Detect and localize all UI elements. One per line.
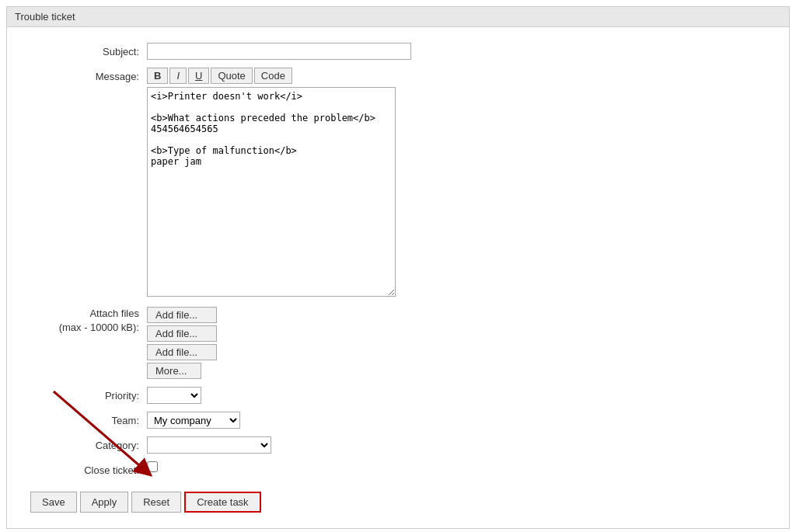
apply-button[interactable]: Apply <box>80 492 129 513</box>
subject-wrap <box>147 43 773 60</box>
category-row: Category: <box>23 436 773 454</box>
message-textarea[interactable] <box>147 87 396 297</box>
category-select[interactable] <box>147 436 271 454</box>
close-ticket-wrap <box>147 461 773 472</box>
team-select[interactable]: My company <box>147 412 240 429</box>
message-toolbar: B I U Quote Code <box>147 68 773 84</box>
attach-label: Attach files (max - 10000 kB): <box>23 307 147 335</box>
close-ticket-checkbox[interactable] <box>147 461 158 472</box>
reset-button[interactable]: Reset <box>131 492 181 513</box>
footer-buttons: Save Apply Reset Create task <box>23 492 773 513</box>
category-label: Category: <box>23 436 147 451</box>
add-file-button-2[interactable]: Add file... <box>147 325 217 342</box>
close-ticket-label: Close ticket: <box>23 461 147 476</box>
subject-row: Subject: <box>23 43 773 60</box>
message-row: Message: B I U Quote Code <box>23 68 773 299</box>
code-button[interactable]: Code <box>254 68 292 84</box>
add-file-button-3[interactable]: Add file... <box>147 344 217 360</box>
priority-row: Priority: Low Normal High Urgent <box>23 387 773 404</box>
form-content: Subject: Message: B I U Quote Code <box>7 27 789 528</box>
footer-area: Save Apply Reset Create task <box>23 492 773 513</box>
underline-button[interactable]: U <box>188 68 209 84</box>
attach-row: Attach files (max - 10000 kB): Add file.… <box>23 307 773 379</box>
priority-wrap: Low Normal High Urgent <box>147 387 773 404</box>
add-file-button-1[interactable]: Add file... <box>147 307 217 323</box>
priority-label: Priority: <box>23 387 147 402</box>
subject-input[interactable] <box>147 43 411 60</box>
trouble-ticket-window: Trouble ticket Subject: Message: B I U Q… <box>6 6 790 529</box>
quote-button[interactable]: Quote <box>211 68 252 84</box>
window-title: Trouble ticket <box>7 7 789 27</box>
category-wrap <box>147 436 773 454</box>
italic-button[interactable]: I <box>169 68 187 84</box>
create-task-button[interactable]: Create task <box>184 492 260 513</box>
team-row: Team: My company <box>23 412 773 429</box>
save-button[interactable]: Save <box>30 492 77 513</box>
bold-button[interactable]: B <box>147 68 168 84</box>
subject-label: Subject: <box>23 43 147 57</box>
team-wrap: My company <box>147 412 773 429</box>
more-button[interactable]: More... <box>147 363 201 379</box>
close-ticket-row: Close ticket: <box>23 461 773 476</box>
message-label: Message: <box>23 68 147 82</box>
message-wrap: B I U Quote Code <box>147 68 773 299</box>
priority-select[interactable]: Low Normal High Urgent <box>147 387 201 404</box>
attach-wrap: Add file... Add file... Add file... More… <box>147 307 773 379</box>
team-label: Team: <box>23 412 147 426</box>
